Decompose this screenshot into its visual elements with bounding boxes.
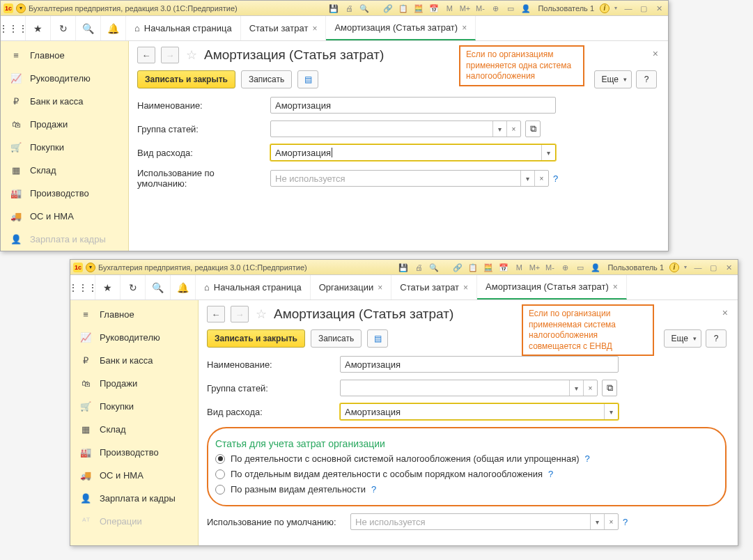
print-icon[interactable]: 🖨 <box>343 3 355 12</box>
window-title: Бухгалтерия предприятия, редакция 3.0 (1… <box>29 4 238 12</box>
close-window-icon[interactable]: ✕ <box>653 3 665 12</box>
calendar-icon[interactable]: 📅 <box>428 3 440 12</box>
user-name[interactable]: Пользователь 1 <box>535 4 597 12</box>
m-icon[interactable]: M <box>443 3 456 12</box>
clipboard-icon[interactable]: 📋 <box>397 3 410 12</box>
mplus-icon[interactable]: M+ <box>458 3 471 12</box>
preview-icon[interactable]: 🔍 <box>358 3 371 12</box>
menu-dropdown-icon[interactable]: ▾ <box>16 3 26 12</box>
user-icon: 👤 <box>520 3 532 12</box>
panel-icon[interactable]: ▭ <box>504 3 517 12</box>
calc-icon[interactable]: 🧮 <box>412 3 425 12</box>
save-icon[interactable]: 💾 <box>327 3 340 12</box>
app-logo-icon: 1c <box>3 3 13 12</box>
info-icon[interactable]: i <box>600 3 610 12</box>
window-1: 1c ▾ Бухгалтерия предприятия, редакция 3… <box>0 0 669 11</box>
minimize-icon[interactable]: — <box>622 3 635 12</box>
mminus-icon[interactable]: M- <box>474 3 486 12</box>
info-dropdown-icon[interactable]: ▾ <box>612 3 619 12</box>
titlebar: 1c ▾ Бухгалтерия предприятия, редакция 3… <box>1 1 668 11</box>
maximize-icon[interactable]: ▢ <box>637 3 650 12</box>
link-icon[interactable]: 🔗 <box>382 3 394 12</box>
zoom-icon[interactable]: ⊕ <box>489 3 502 12</box>
